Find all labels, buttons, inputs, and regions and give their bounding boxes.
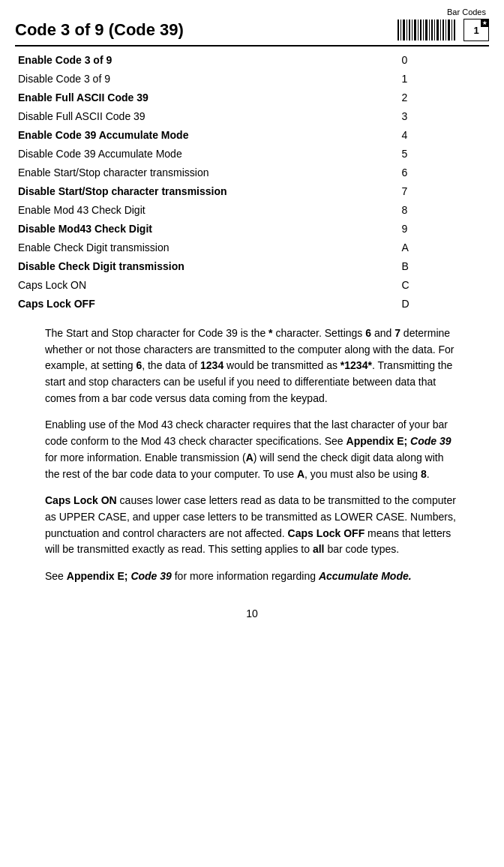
- setting-label: Disable Check Digit transmission: [15, 257, 394, 276]
- paragraph-2: Enabling use of the Mod 43 check charact…: [45, 417, 459, 482]
- page-header: Code 3 of 9 (Code 39): [15, 18, 489, 46]
- setting-value: 1: [394, 70, 489, 88]
- header-icons: 1 ★: [398, 18, 489, 42]
- table-row: Enable Code 39 Accumulate Mode4: [15, 126, 489, 145]
- table-row: Enable Start/Stop character transmission…: [15, 164, 489, 182]
- table-row: Enable Code 3 of 90: [15, 51, 489, 70]
- setting-value: 8: [394, 201, 489, 220]
- table-row: Disable Mod43 Check Digit9: [15, 220, 489, 238]
- setting-label: Enable Start/Stop character transmission: [15, 164, 394, 182]
- setting-label: Disable Start/Stop character transmissio…: [15, 182, 394, 201]
- setting-value: C: [394, 276, 489, 295]
- bar-codes-label: Bar Codes: [15, 8, 489, 16]
- setting-value: 6: [394, 164, 489, 182]
- table-row: Disable Start/Stop character transmissio…: [15, 182, 489, 201]
- svg-rect-9: [423, 20, 424, 40]
- settings-table: Enable Code 3 of 90Disable Code 3 of 91E…: [15, 51, 489, 314]
- table-row: Disable Full ASCII Code 393: [15, 107, 489, 126]
- setting-label: Enable Full ASCII Code 39: [15, 88, 394, 107]
- page-title: Code 3 of 9 (Code 39): [15, 20, 184, 40]
- setting-label: Disable Code 39 Accumulate Mode: [15, 145, 394, 164]
- svg-rect-20: [454, 20, 455, 40]
- svg-rect-2: [403, 20, 405, 40]
- table-row: Enable Check Digit transmissionA: [15, 238, 489, 257]
- svg-rect-4: [409, 20, 410, 40]
- svg-rect-15: [440, 20, 441, 40]
- svg-rect-13: [434, 20, 435, 40]
- setting-label: Enable Check Digit transmission: [15, 238, 394, 257]
- svg-rect-19: [452, 20, 452, 40]
- table-row: Caps Lock OFFD: [15, 295, 489, 314]
- barcode-box-star: ★: [481, 20, 488, 27]
- setting-label: Caps Lock ON: [15, 276, 394, 295]
- svg-rect-3: [406, 20, 407, 40]
- svg-rect-6: [414, 20, 416, 40]
- svg-rect-17: [446, 20, 446, 40]
- setting-value: D: [394, 295, 489, 314]
- page: Bar Codes Code 3 of 9 (Code 39): [0, 0, 504, 867]
- svg-rect-16: [442, 20, 444, 40]
- setting-label: Enable Code 39 Accumulate Mode: [15, 126, 394, 145]
- setting-label: Disable Code 3 of 9: [15, 70, 394, 88]
- setting-value: 2: [394, 88, 489, 107]
- table-row: Disable Code 39 Accumulate Mode5: [15, 145, 489, 164]
- setting-label: Caps Lock OFF: [15, 295, 394, 314]
- setting-value: 9: [394, 220, 489, 238]
- barcode-number-box: 1 ★: [464, 19, 489, 41]
- svg-rect-18: [448, 20, 450, 40]
- setting-label: Disable Mod43 Check Digit: [15, 220, 394, 238]
- setting-value: 0: [394, 51, 489, 70]
- table-row: Disable Check Digit transmissionB: [15, 257, 489, 276]
- setting-label: Enable Code 3 of 9: [15, 51, 394, 70]
- svg-rect-10: [425, 20, 428, 40]
- setting-value: 4: [394, 126, 489, 145]
- setting-value: 3: [394, 107, 489, 126]
- svg-rect-11: [429, 20, 430, 40]
- svg-rect-8: [420, 20, 422, 40]
- page-number: 10: [15, 608, 489, 620]
- paragraph-3: Caps Lock ON causes lower case letters r…: [45, 493, 459, 558]
- svg-rect-1: [400, 20, 401, 40]
- svg-rect-14: [436, 20, 439, 40]
- table-row: Caps Lock ONC: [15, 276, 489, 295]
- table-row: Enable Mod 43 Check Digit8: [15, 201, 489, 220]
- table-row: Enable Full ASCII Code 392: [15, 88, 489, 107]
- setting-value: A: [394, 238, 489, 257]
- paragraph-1: The Start and Stop character for Code 39…: [45, 326, 459, 406]
- barcode-icon: [398, 18, 458, 42]
- svg-rect-5: [412, 20, 412, 40]
- setting-value: 5: [394, 145, 489, 164]
- table-row: Disable Code 3 of 91: [15, 70, 489, 88]
- svg-rect-12: [431, 20, 433, 40]
- svg-rect-0: [398, 20, 399, 40]
- setting-value: 7: [394, 182, 489, 201]
- setting-label: Disable Full ASCII Code 39: [15, 107, 394, 126]
- setting-value: B: [394, 257, 489, 276]
- paragraph-4: See Appendix E; Code 39 for more informa…: [45, 568, 459, 585]
- svg-rect-7: [418, 20, 418, 40]
- setting-label: Enable Mod 43 Check Digit: [15, 201, 394, 220]
